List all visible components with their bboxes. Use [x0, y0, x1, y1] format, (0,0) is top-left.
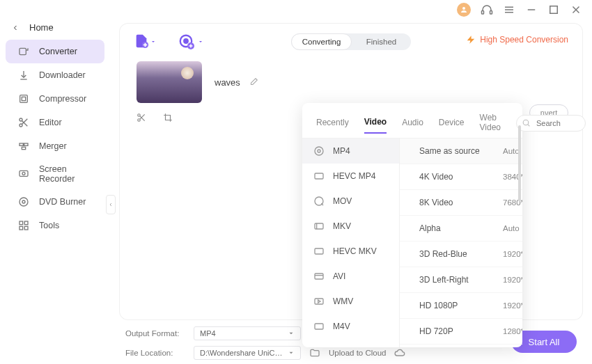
- tab-finished[interactable]: Finished: [352, 33, 411, 50]
- format-mp4[interactable]: MP4: [302, 139, 399, 164]
- status-segment: Converting Finished: [291, 33, 411, 50]
- svg-rect-7: [550, 6, 558, 14]
- resolution-item[interactable]: HD 720P1280*720: [400, 319, 522, 345]
- output-format-select[interactable]: MP4: [194, 326, 301, 340]
- format-hevcmkv[interactable]: HEVC MKV: [302, 239, 399, 264]
- trim-icon[interactable]: [137, 113, 146, 122]
- svg-rect-24: [20, 221, 23, 225]
- svg-rect-1: [482, 11, 484, 15]
- resolution-item[interactable]: Same as sourceAuto: [400, 139, 522, 164]
- recorder-icon: [18, 168, 29, 180]
- merger-icon: [18, 141, 29, 152]
- dd-tab-video[interactable]: Video: [364, 113, 387, 134]
- svg-marker-76: [290, 352, 293, 354]
- dd-tab-device[interactable]: Device: [439, 113, 465, 133]
- svg-point-22: [20, 198, 28, 206]
- svg-point-13: [20, 118, 22, 121]
- svg-point-40: [138, 119, 141, 122]
- add-dvd-button[interactable]: [178, 33, 194, 49]
- tab-converting[interactable]: Converting: [291, 33, 352, 50]
- svg-marker-31: [152, 41, 155, 42]
- sidebar-item-downloader[interactable]: Downloader: [6, 63, 104, 87]
- svg-rect-55: [315, 299, 323, 304]
- svg-rect-53: [315, 274, 323, 279]
- output-format-label: Output Format:: [125, 329, 185, 338]
- add-file-button[interactable]: [134, 33, 149, 49]
- svg-rect-50: [315, 223, 323, 229]
- svg-rect-19: [22, 147, 25, 149]
- resolution-item[interactable]: 8K Video7680*4320: [400, 190, 522, 216]
- svg-point-39: [138, 114, 141, 117]
- format-hevcmp4[interactable]: HEVC MP4: [302, 164, 399, 189]
- resolution-item[interactable]: AlphaAuto: [400, 216, 522, 242]
- svg-rect-25: [24, 221, 28, 225]
- high-speed-link[interactable]: High Speed Conversion: [466, 35, 568, 45]
- file-location-label: File Location:: [125, 349, 185, 357]
- svg-rect-18: [24, 143, 28, 145]
- sidebar-item-recorder[interactable]: Screen Recorder: [6, 158, 104, 190]
- svg-rect-47: [315, 173, 323, 179]
- svg-point-14: [20, 124, 22, 127]
- svg-rect-27: [24, 226, 28, 230]
- home-label: Home: [29, 22, 54, 33]
- format-wmv[interactable]: WMV: [302, 289, 399, 314]
- sidebar-item-tools[interactable]: Tools: [6, 214, 104, 237]
- user-avatar[interactable]: [457, 3, 471, 17]
- svg-point-23: [22, 200, 25, 203]
- sidebar-item-compressor[interactable]: Compressor: [6, 87, 104, 111]
- crop-icon[interactable]: [163, 113, 173, 122]
- format-avi[interactable]: AVI: [302, 264, 399, 289]
- svg-line-44: [528, 125, 530, 127]
- svg-point-45: [315, 147, 323, 155]
- close-button[interactable]: [570, 3, 582, 16]
- svg-rect-11: [20, 95, 28, 103]
- svg-rect-57: [315, 324, 323, 329]
- format-mkv[interactable]: MKV: [302, 214, 399, 239]
- svg-point-0: [462, 7, 465, 10]
- menu-icon[interactable]: [503, 3, 515, 16]
- dd-tab-webvideo[interactable]: Web Video: [480, 109, 501, 138]
- svg-rect-20: [20, 171, 28, 176]
- upload-label: Upload to Cloud: [329, 349, 386, 357]
- cloud-icon[interactable]: [394, 347, 405, 358]
- svg-marker-56: [318, 300, 320, 303]
- sidebar-item-converter[interactable]: Converter: [6, 40, 104, 63]
- sidebar-collapse[interactable]: [106, 195, 116, 214]
- resolution-item[interactable]: HD 1080P1920*1080: [400, 293, 522, 319]
- headset-icon[interactable]: [481, 3, 493, 16]
- sidebar-item-merger[interactable]: Merger: [6, 134, 104, 158]
- format-dropdown: Recently Video Audio Device Web Video MP…: [302, 103, 522, 347]
- disc-icon: [18, 196, 29, 207]
- svg-point-21: [22, 172, 25, 175]
- resolution-item[interactable]: 3D Left-Right1920*1080: [400, 267, 522, 293]
- converter-icon: [18, 46, 29, 57]
- rename-icon[interactable]: [249, 77, 258, 87]
- svg-rect-10: [20, 48, 26, 54]
- dd-tab-recently[interactable]: Recently: [316, 113, 349, 133]
- sidebar-item-dvd[interactable]: DVD Burner: [6, 190, 104, 214]
- folder-icon[interactable]: [309, 347, 320, 358]
- bolt-icon: [466, 35, 476, 45]
- svg-marker-74: [290, 333, 293, 335]
- resolution-item[interactable]: 3D Red-Blue1920*1080: [400, 242, 522, 267]
- chevron-left-icon: [11, 24, 20, 32]
- svg-rect-26: [20, 226, 23, 230]
- dd-tab-audio[interactable]: Audio: [402, 113, 423, 133]
- minimize-button[interactable]: [525, 3, 538, 16]
- maximize-button[interactable]: [547, 3, 560, 16]
- svg-rect-12: [22, 97, 25, 100]
- video-thumbnail[interactable]: [137, 61, 202, 103]
- file-location-select[interactable]: D:\Wondershare UniConverter 1: [194, 346, 301, 360]
- search-icon: [522, 118, 531, 127]
- grid-icon: [18, 220, 29, 231]
- svg-point-43: [523, 120, 529, 125]
- resolution-item[interactable]: 4K Video3840*2160: [400, 164, 522, 190]
- home-nav[interactable]: Home: [0, 15, 110, 40]
- svg-rect-17: [20, 143, 23, 145]
- scrollbar[interactable]: [518, 125, 521, 202]
- svg-marker-38: [467, 35, 475, 44]
- format-m4v[interactable]: M4V: [302, 314, 399, 339]
- format-mov[interactable]: MOV: [302, 189, 399, 214]
- sidebar-item-editor[interactable]: Editor: [6, 111, 104, 134]
- svg-line-49: [321, 203, 323, 205]
